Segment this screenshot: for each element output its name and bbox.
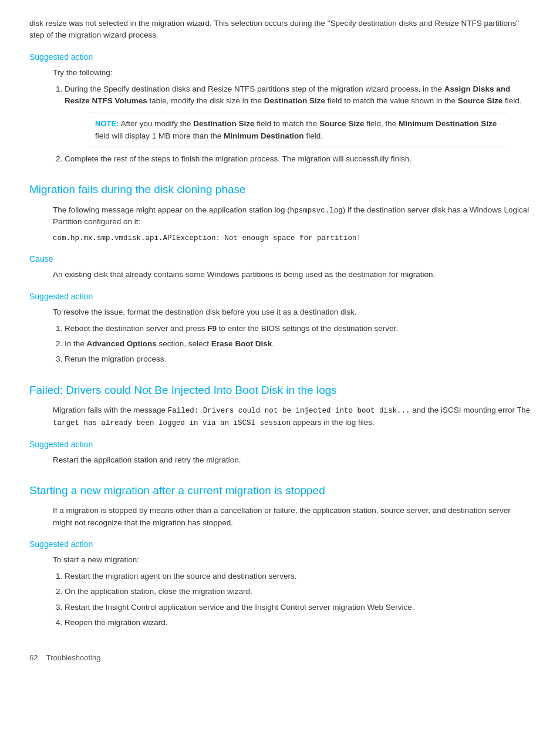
section2-steps-list: Reboot the destination server and press …: [65, 323, 531, 366]
note-box: NOTE: After you modify the Destination S…: [88, 113, 507, 147]
section2-sa-intro: To resolve the issue, format the destina…: [53, 306, 531, 318]
s4-step1-text: Restart the migration agent on the sourc…: [65, 572, 296, 580]
s2-step2-bold2: Erase Boot Disk: [211, 339, 272, 348]
section3-intro-para: Migration fails with the message Failed:…: [53, 404, 531, 429]
note-text-middle: field to match the: [255, 119, 319, 128]
section2-step-2: In the Advanced Options section, select …: [65, 338, 531, 350]
step1-text-middle: table, modify the disk size in the: [147, 96, 264, 105]
section4-step-3: Restart the Insight Control application …: [65, 602, 531, 613]
section3-code1: Failed: Drivers could not be injected in…: [168, 407, 410, 415]
section3-intro2: and the iSCSI mounting error: [410, 406, 517, 414]
s2-step2-bold1: Advanced Options: [87, 339, 157, 348]
note-text-after: field will display 1 MB more than the: [95, 131, 224, 140]
cause-text: An existing disk that already contains s…: [53, 269, 531, 281]
note-text-before: After you modify the: [119, 119, 193, 128]
section1-steps-list: During the Specify destination disks and…: [65, 83, 531, 165]
section2-intro: The following message might appear on th…: [53, 204, 531, 228]
note-text-end: field.: [304, 131, 323, 140]
section3-heading: Failed: Drivers could Not Be Injected In…: [29, 382, 531, 399]
s2-step2-before: In the: [65, 339, 87, 348]
s2-step2-middle: section, select: [157, 339, 211, 348]
s2-step3-text: Rerun the migration process.: [65, 355, 166, 363]
step1-text-before: During the Specify destination disks and…: [65, 85, 444, 93]
section1-step-1: During the Specify destination disks and…: [65, 83, 531, 147]
step1-text-after: field to match the value shown in the: [325, 96, 458, 105]
footer-page-number: 62: [29, 653, 38, 662]
section3-intro3: appears in the log files.: [291, 418, 375, 427]
section4-sa-intro: To start a new migration:: [53, 554, 531, 566]
note-bold2: Source Size: [319, 119, 365, 128]
section4-step-4: Reopen the migration wizard.: [65, 617, 531, 629]
section2-intro-text: The following message might appear on th…: [53, 205, 290, 214]
section3-sa-text: Restart the application station and retr…: [53, 454, 531, 466]
note-bold3: Minimum Destination Size: [399, 119, 497, 128]
section4-heading: Starting a new migration after a current…: [29, 482, 531, 499]
section2-code-block: com.hp.mx.smp.vmdisk.api.APIException: N…: [53, 233, 531, 244]
try-following-text: Try the following:: [53, 67, 531, 79]
cause-heading: Cause: [29, 253, 531, 265]
suggested-action-heading-1: Suggested action: [29, 51, 531, 63]
s4-step3-text: Restart the Insight Control application …: [65, 603, 414, 612]
footer-label: Troubleshooting: [46, 653, 101, 662]
note-text-middle2: field, the: [364, 119, 399, 128]
footer: 62 Troubleshooting: [29, 652, 531, 664]
section4-step-2: On the application station, close the mi…: [65, 586, 531, 598]
s2-step1-after: to enter the BIOS settings of the destin…: [217, 324, 398, 333]
section3-intro1: Migration fails with the message: [53, 406, 168, 414]
section1-step-2: Complete the rest of the steps to finish…: [65, 153, 531, 165]
step1-bold3: Source Size: [458, 96, 503, 105]
step1-bold2: Destination Size: [264, 96, 325, 105]
section4-steps-list: Restart the migration agent on the sourc…: [65, 571, 531, 629]
note-bold4: Minimum Destination: [224, 131, 304, 140]
section2-code1: hpsmpsvc.log: [290, 207, 343, 215]
intro-text: disk resize was not selected in the migr…: [29, 18, 531, 42]
step2-text: Complete the rest of the steps to finish…: [65, 154, 411, 163]
section2-step-1: Reboot the destination server and press …: [65, 323, 531, 335]
suggested-action-heading-3: Suggested action: [29, 438, 531, 451]
suggested-action-heading-2: Suggested action: [29, 291, 531, 303]
s4-step4-text: Reopen the migration wizard.: [65, 618, 168, 627]
s2-step1-bold1: F9: [207, 324, 217, 333]
note-label: NOTE:: [95, 119, 119, 128]
s4-step2-text: On the application station, close the mi…: [65, 587, 252, 596]
section4-step-1: Restart the migration agent on the sourc…: [65, 571, 531, 582]
section2-step-3: Rerun the migration process.: [65, 353, 531, 365]
note-bold1: Destination Size: [193, 119, 254, 128]
section2-heading: Migration fails during the disk cloning …: [29, 181, 531, 198]
section4-intro: If a migration is stopped by means other…: [53, 505, 531, 529]
s2-step1-before: Reboot the destination server and press: [65, 324, 207, 333]
step1-text-end: field.: [502, 96, 521, 105]
suggested-action-heading-4: Suggested action: [29, 538, 531, 551]
s2-step2-after: .: [272, 339, 274, 348]
